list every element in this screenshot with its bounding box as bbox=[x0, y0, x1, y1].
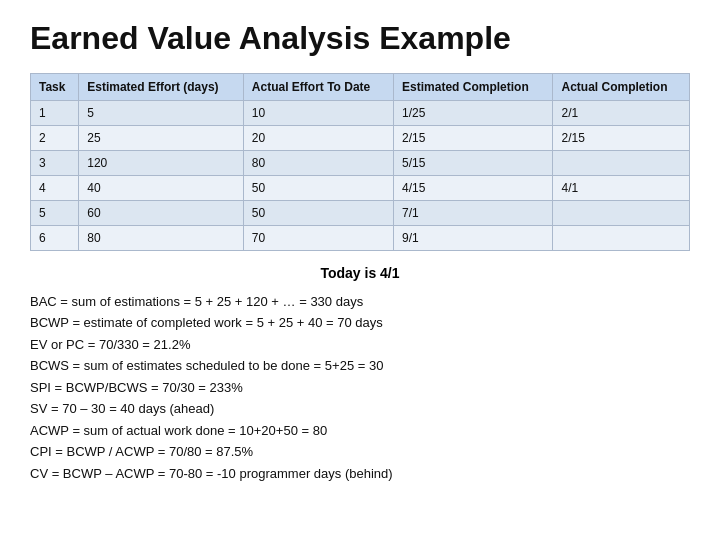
table-row: 3120805/15 bbox=[31, 151, 690, 176]
table-cell: 10 bbox=[243, 101, 393, 126]
note-line: BCWS = sum of estimates scheduled to be … bbox=[30, 355, 690, 376]
table-cell bbox=[553, 151, 690, 176]
table-row: 225202/152/15 bbox=[31, 126, 690, 151]
table-cell: 9/1 bbox=[394, 226, 553, 251]
table-cell: 20 bbox=[243, 126, 393, 151]
table-row: 560507/1 bbox=[31, 201, 690, 226]
table-cell: 2/15 bbox=[394, 126, 553, 151]
table-cell: 25 bbox=[79, 126, 244, 151]
table-cell: 5 bbox=[79, 101, 244, 126]
note-line: SPI = BCWP/BCWS = 70/30 = 233% bbox=[30, 377, 690, 398]
today-label: Today is 4/1 bbox=[30, 265, 690, 281]
table-cell bbox=[553, 226, 690, 251]
table-cell: 2 bbox=[31, 126, 79, 151]
earned-value-table: Task Estimated Effort (days) Actual Effo… bbox=[30, 73, 690, 251]
note-line: BAC = sum of estimations = 5 + 25 + 120 … bbox=[30, 291, 690, 312]
table-cell: 7/1 bbox=[394, 201, 553, 226]
note-line: SV = 70 – 30 = 40 days (ahead) bbox=[30, 398, 690, 419]
table-cell: 60 bbox=[79, 201, 244, 226]
table-cell: 50 bbox=[243, 201, 393, 226]
notes-section: BAC = sum of estimations = 5 + 25 + 120 … bbox=[30, 291, 690, 484]
note-line: ACWP = sum of actual work done = 10+20+5… bbox=[30, 420, 690, 441]
table-cell: 4/15 bbox=[394, 176, 553, 201]
note-line: EV or PC = 70/330 = 21.2% bbox=[30, 334, 690, 355]
table-cell: 50 bbox=[243, 176, 393, 201]
col-header-task: Task bbox=[31, 74, 79, 101]
table-cell bbox=[553, 201, 690, 226]
note-line: BCWP = estimate of completed work = 5 + … bbox=[30, 312, 690, 333]
table-cell: 40 bbox=[79, 176, 244, 201]
table-cell: 4 bbox=[31, 176, 79, 201]
note-line: CV = BCWP – ACWP = 70-80 = -10 programme… bbox=[30, 463, 690, 484]
table-cell: 2/1 bbox=[553, 101, 690, 126]
table-cell: 120 bbox=[79, 151, 244, 176]
table-row: 15101/252/1 bbox=[31, 101, 690, 126]
note-line: CPI = BCWP / ACWP = 70/80 = 87.5% bbox=[30, 441, 690, 462]
table-cell: 6 bbox=[31, 226, 79, 251]
table-cell: 1/25 bbox=[394, 101, 553, 126]
table-cell: 1 bbox=[31, 101, 79, 126]
table-cell: 5/15 bbox=[394, 151, 553, 176]
table-cell: 70 bbox=[243, 226, 393, 251]
table-row: 440504/154/1 bbox=[31, 176, 690, 201]
col-header-actual-effort: Actual Effort To Date bbox=[243, 74, 393, 101]
col-header-actual-completion: Actual Completion bbox=[553, 74, 690, 101]
table-cell: 3 bbox=[31, 151, 79, 176]
table-cell: 2/15 bbox=[553, 126, 690, 151]
table-cell: 5 bbox=[31, 201, 79, 226]
table-cell: 80 bbox=[243, 151, 393, 176]
col-header-estimated-effort: Estimated Effort (days) bbox=[79, 74, 244, 101]
table-cell: 4/1 bbox=[553, 176, 690, 201]
table-cell: 80 bbox=[79, 226, 244, 251]
col-header-estimated-completion: Estimated Completion bbox=[394, 74, 553, 101]
page-title: Earned Value Analysis Example bbox=[30, 20, 690, 57]
table-row: 680709/1 bbox=[31, 226, 690, 251]
